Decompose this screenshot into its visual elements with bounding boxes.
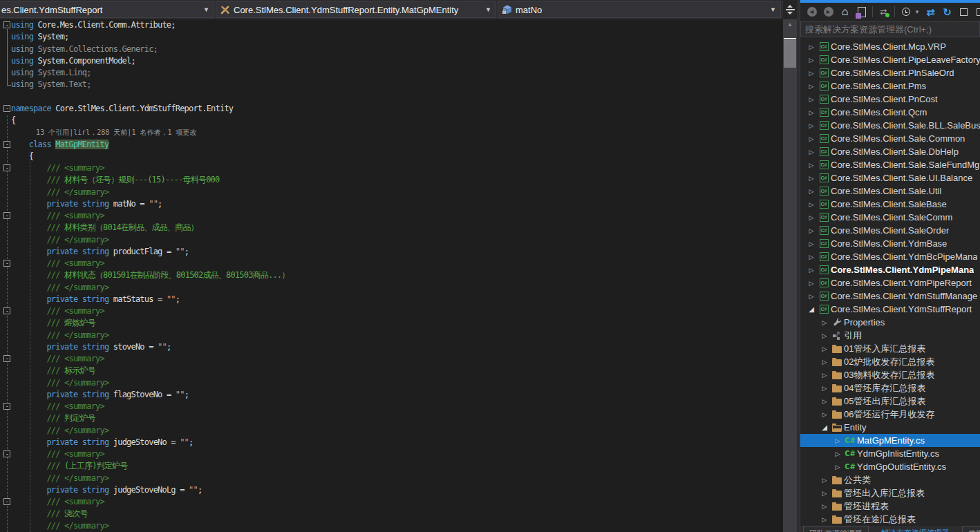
type-dropdown[interactable]: Core.StlMes.Client.YdmStuffReport.Entity…	[216, 1, 496, 18]
expand-arrow-icon[interactable]: ▷	[819, 477, 830, 484]
code-line[interactable]: /// </summary>	[0, 473, 783, 484]
expand-arrow-icon[interactable]: ▷	[832, 437, 843, 444]
code-line[interactable]: /// </summary>	[0, 425, 783, 437]
expand-arrow-icon[interactable]: ▷	[819, 372, 830, 379]
project-dropdown[interactable]: es.Client.YdmStuffReport ▼	[0, 1, 214, 18]
code-line[interactable]: - /// <summary>	[0, 305, 783, 317]
expand-arrow-icon[interactable]: ▷	[806, 175, 817, 182]
code-line[interactable]: - class MatGpMEntity	[0, 139, 783, 151]
tree-item[interactable]: ◢C#Core.StlMes.Client.YdmStuffReport	[800, 303, 980, 316]
tree-item[interactable]: ▷C#Core.StlMes.Client.Qcm	[800, 106, 980, 119]
tab-team-explorer[interactable]: 团队资源管理器	[803, 526, 869, 532]
expand-arrow-icon[interactable]: ▷	[819, 398, 830, 405]
tree-item[interactable]: ▷05管坯出库汇总报表	[800, 395, 980, 408]
expand-arrow-icon[interactable]: ▷	[806, 267, 817, 274]
expand-arrow-icon[interactable]: ▷	[806, 57, 817, 64]
expand-arrow-icon[interactable]: ▷	[819, 332, 830, 339]
code-line[interactable]: - /// <summary>	[0, 496, 783, 508]
fold-collapse-icon[interactable]: -	[3, 164, 10, 171]
code-line[interactable]: /// </summary>	[0, 330, 783, 341]
code-line[interactable]: /// (上工序)判定炉号	[0, 460, 783, 472]
expand-arrow-icon[interactable]: ▷	[806, 214, 817, 221]
expand-arrow-icon[interactable]: ▷	[806, 122, 817, 129]
refresh-button[interactable]: ↻	[941, 6, 953, 18]
tab-solution-explorer[interactable]: 解决方案资源管理器	[876, 526, 955, 532]
switch-views-button[interactable]	[856, 6, 867, 18]
code-line[interactable]: -namespace Core.StlMes.Client.YdmStuffRe…	[0, 103, 783, 115]
tree-item[interactable]: ▷管坯在途汇总报表	[800, 513, 980, 526]
expand-arrow-icon[interactable]: ▷	[832, 450, 843, 457]
tree-item[interactable]: ▷C#Core.StlMes.Client.Sale.DbHelp	[800, 145, 980, 158]
expand-arrow-icon[interactable]: ▷	[806, 188, 817, 195]
code-line[interactable]: /// </summary>	[0, 282, 783, 294]
expand-arrow-icon[interactable]: ▷	[832, 464, 843, 471]
tree-item[interactable]: ▷C#Core.StlMes.Client.YdmBase	[800, 237, 980, 250]
code-line[interactable]: /// 浇次号	[0, 508, 783, 520]
refresh-cycle-button[interactable]: ⇄	[925, 6, 936, 18]
fold-collapse-icon[interactable]: -	[3, 355, 10, 362]
expand-arrow-icon[interactable]: ▷	[806, 201, 817, 208]
collapse-all-button[interactable]	[958, 6, 970, 18]
code-line[interactable]: {	[0, 115, 783, 126]
code-line[interactable]: using System.ComponentModel;	[0, 55, 783, 67]
pending-changes-filter-button[interactable]	[900, 6, 912, 18]
expand-arrow-icon[interactable]: ▷	[806, 254, 817, 260]
tree-item[interactable]: ▷管坯进程表	[800, 500, 980, 513]
code-line[interactable]: private string stoveNo = "";	[0, 341, 783, 353]
fold-collapse-icon[interactable]: -	[3, 450, 10, 457]
code-line[interactable]: - /// <summary>	[0, 353, 783, 365]
fold-collapse-icon[interactable]: -	[3, 141, 10, 148]
tree-item[interactable]: ▷C#Core.StlMes.Client.SaleBase	[800, 198, 980, 211]
tree-item[interactable]: ▷02炉批收发存汇总报表	[800, 355, 980, 368]
code-line[interactable]: private string judgeStoveNo = "";	[0, 437, 783, 448]
code-editor[interactable]: -using Core.Mes.Client.Comm.Attribute;us…	[0, 19, 783, 532]
editor-split-handle[interactable]	[783, 0, 797, 19]
expand-arrow-icon[interactable]: ▷	[806, 293, 817, 300]
expand-arrow-icon[interactable]: ▷	[819, 516, 830, 523]
expand-arrow-icon[interactable]: ▷	[819, 345, 830, 352]
expand-arrow-icon[interactable]: ▷	[806, 149, 817, 155]
tree-item[interactable]: ▷04管坯库存汇总报表	[800, 381, 980, 395]
expand-arrow-icon[interactable]: ▷	[819, 385, 830, 392]
code-line[interactable]: /// </summary>	[0, 234, 783, 246]
expand-arrow-icon[interactable]: ▷	[819, 503, 830, 510]
tree-item[interactable]: ▷管坯出入库汇总报表	[800, 486, 980, 500]
expand-arrow-icon[interactable]: ▷	[806, 44, 817, 50]
tree-item[interactable]: ▷01管坯入库汇总报表	[800, 342, 980, 355]
tree-item[interactable]: ▷06管坯运行年月收发存	[800, 408, 980, 421]
fold-collapse-icon[interactable]: -	[3, 21, 10, 28]
code-line[interactable]: /// 标示炉号	[0, 365, 783, 377]
tree-item[interactable]: ▷C#Core.StlMes.Client.YdmBcPipeMana	[800, 250, 980, 263]
fold-collapse-icon[interactable]: -	[3, 403, 10, 410]
tree-item[interactable]: ▷C#Core.StlMes.Client.SaleComm	[800, 211, 980, 224]
tree-item[interactable]: ▷公共类	[800, 473, 980, 486]
solution-explorer-search-input[interactable]: 搜索解决方案资源管理器(Ctrl+;)	[800, 21, 980, 37]
code-line[interactable]: -using Core.Mes.Client.Comm.Attribute;	[0, 19, 783, 31]
show-all-files-button[interactable]	[974, 6, 980, 18]
sync-with-active-document-button[interactable]: ⇄	[878, 6, 889, 18]
code-line[interactable]: using System.Linq;	[0, 67, 783, 79]
code-line[interactable]: /// 材料状态（801501在制品阶段、801502成品、801503商品..…	[0, 269, 783, 281]
tree-item[interactable]: ▷C#MatGpMEntity.cs	[800, 434, 980, 447]
tree-item[interactable]: ▷03物料收发存汇总报表	[800, 368, 980, 381]
expand-arrow-icon[interactable]: ▷	[806, 70, 817, 77]
expand-arrow-icon[interactable]: ▷	[806, 83, 817, 90]
tab-class-view[interactable]: 类视图	[962, 526, 980, 532]
code-line[interactable]: - /// <summary>	[0, 162, 783, 174]
tree-item[interactable]: ▷C#Core.StlMes.Client.Sale.BLL.SaleBus	[800, 119, 980, 132]
code-line[interactable]: /// 材料类别（8014在制品、成品、商品）	[0, 222, 783, 234]
expand-arrow-icon[interactable]: ▷	[806, 135, 817, 142]
fold-collapse-icon[interactable]: -	[3, 498, 10, 505]
expand-arrow-icon[interactable]: ▷	[806, 96, 817, 103]
code-line[interactable]: using System.Collections.Generic;	[0, 44, 783, 55]
home-button[interactable]: ⌂	[839, 6, 851, 18]
filter-chevron-down-icon[interactable]: ▼	[914, 9, 920, 15]
expand-arrow-icon[interactable]: ▷	[806, 227, 817, 234]
code-line[interactable]: /// </summary>	[0, 520, 783, 532]
expand-arrow-icon[interactable]: ▷	[819, 490, 830, 497]
tree-item[interactable]: ▷引用	[800, 329, 980, 342]
expand-arrow-icon[interactable]: ▷	[806, 109, 817, 116]
tree-item[interactable]: ▷C#Core.StlMes.Client.Sale.SaleFundMg	[800, 158, 980, 171]
collapse-arrow-icon[interactable]: ◢	[806, 305, 817, 313]
expand-arrow-icon[interactable]: ▷	[806, 280, 817, 287]
